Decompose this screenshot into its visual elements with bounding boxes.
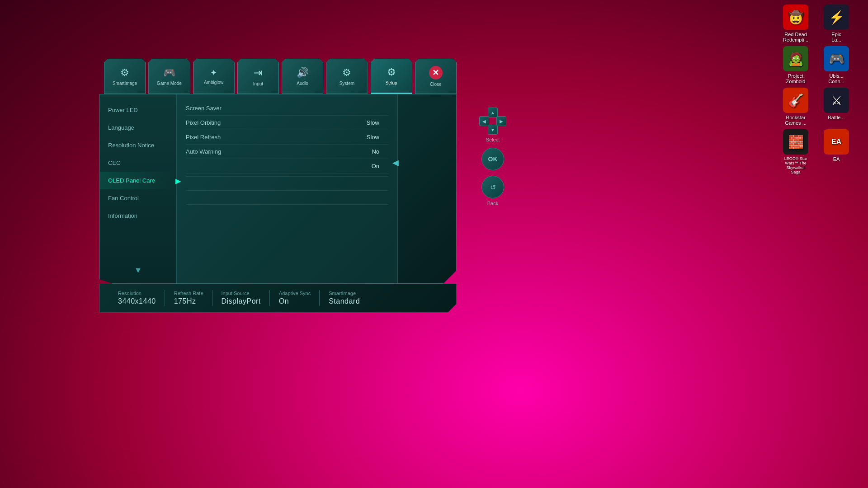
lego-icon: 🧱 bbox=[783, 129, 808, 155]
sidebar: Power LED Language Resolution Notice CEC… bbox=[100, 94, 177, 283]
tab-gamemode[interactable]: 🎮 Game Mode bbox=[148, 59, 190, 94]
audio-label: Audio bbox=[297, 81, 308, 86]
content-area: Screen Saver Pixel Orbiting Slow Pixel R… bbox=[177, 94, 397, 283]
desktop-icon-row-4: 🧱 LEGO® StarWars™ TheSkywalkerSaga EA EA bbox=[778, 129, 854, 174]
osd-container: ⚙ SmartImage 🎮 Game Mode ✦ Ambiglow ⇥ In… bbox=[99, 59, 457, 313]
pixel-orbiting-label: Pixel Orbiting bbox=[186, 119, 221, 126]
desktop-icon-row-1: 🤠 Red DeadRedempti... ⚡ EpicLa... bbox=[778, 5, 854, 42]
tab-close[interactable]: ✕ Close bbox=[415, 59, 457, 94]
ubi-icon: 🎮 bbox=[824, 46, 849, 71]
rdr2-icon: 🤠 bbox=[783, 5, 808, 30]
rdr2-label: Red DeadRedempti... bbox=[783, 32, 808, 42]
item5-value: On bbox=[372, 163, 379, 169]
status-resolution: Resolution 3440x1440 bbox=[109, 288, 165, 308]
desktop-icon-rdr2[interactable]: 🤠 Red DeadRedempti... bbox=[778, 5, 814, 42]
tab-ambiglow[interactable]: ✦ Ambiglow bbox=[193, 59, 235, 94]
ubi-label: Ubis...Conn... bbox=[828, 73, 844, 84]
pixel-refresh-value: Slow bbox=[367, 134, 379, 141]
sidebar-item-cec[interactable]: CEC bbox=[100, 154, 176, 172]
desktop-icon-rs[interactable]: 🎸 RockstarGames ... bbox=[778, 88, 814, 126]
smartimage-status-label: SmartImage bbox=[329, 291, 356, 296]
ea-label: EA bbox=[833, 156, 840, 162]
pixel-refresh-label: Pixel Refresh bbox=[186, 134, 221, 141]
sidebar-scroll-down[interactable]: ▼ bbox=[131, 262, 146, 279]
cec-label: CEC bbox=[108, 160, 120, 166]
status-bar: Resolution 3440x1440 Refresh Rate 175Hz … bbox=[99, 284, 457, 313]
desktop-icon-pz[interactable]: 🧟 ProjectZomboid bbox=[778, 46, 814, 84]
menu-row-auto-warning[interactable]: Auto Warning No bbox=[186, 145, 388, 159]
refresh-rate-label: Refresh Rate bbox=[174, 291, 203, 296]
adaptive-sync-label: Adaptive Sync bbox=[279, 291, 311, 296]
auto-warning-value: No bbox=[372, 148, 379, 155]
tab-audio[interactable]: 🔊 Audio bbox=[282, 59, 323, 94]
lego-label: LEGO® StarWars™ TheSkywalkerSaga bbox=[784, 156, 807, 174]
pz-label: ProjectZomboid bbox=[786, 73, 806, 84]
desktop-icon-epic[interactable]: ⚡ EpicLa... bbox=[818, 5, 854, 42]
sidebar-item-resolution-notice[interactable]: Resolution Notice bbox=[100, 136, 176, 154]
divider-2 bbox=[186, 190, 388, 191]
desktop-icon-battle[interactable]: ⚔ Battle... bbox=[818, 88, 854, 120]
language-label: Language bbox=[108, 124, 134, 131]
fan-control-label: Fan Control bbox=[108, 195, 139, 202]
nav-tabs: ⚙ SmartImage 🎮 Game Mode ✦ Ambiglow ⇥ In… bbox=[99, 59, 457, 94]
desktop-icon-ea[interactable]: EA EA bbox=[818, 129, 854, 162]
input-icon: ⇥ bbox=[254, 66, 263, 79]
sidebar-item-language[interactable]: Language bbox=[100, 119, 176, 136]
desktop-icon-row-3: 🎸 RockstarGames ... ⚔ Battle... bbox=[778, 88, 854, 126]
dpad-right-btn[interactable]: ▶ bbox=[496, 116, 506, 126]
dpad-down-btn[interactable]: ▼ bbox=[488, 125, 498, 135]
dpad-left-btn[interactable]: ◀ bbox=[479, 116, 489, 126]
right-panel-arrow: ◀ bbox=[392, 158, 399, 168]
epic-icon: ⚡ bbox=[824, 5, 849, 30]
close-label: Close bbox=[430, 82, 442, 87]
sidebar-item-information[interactable]: Information bbox=[100, 207, 176, 225]
status-adaptive-sync: Adaptive Sync On bbox=[270, 288, 320, 308]
menu-row-pixel-orbiting[interactable]: Pixel Orbiting Slow bbox=[186, 116, 388, 130]
information-label: Information bbox=[108, 212, 137, 219]
menu-row-pixel-refresh[interactable]: Pixel Refresh Slow bbox=[186, 130, 388, 145]
menu-row-item5[interactable]: On bbox=[186, 159, 388, 174]
tab-system[interactable]: ⚙ System bbox=[326, 59, 368, 94]
tab-setup[interactable]: ⚙ Setup bbox=[371, 59, 412, 94]
ea-icon: EA bbox=[824, 129, 849, 155]
oled-panel-care-label: OLED Panel Care bbox=[108, 177, 155, 184]
desktop-icon-lego[interactable]: 🧱 LEGO® StarWars™ TheSkywalkerSaga bbox=[778, 129, 814, 174]
gamemode-icon: 🎮 bbox=[163, 67, 175, 79]
pixel-orbiting-value: Slow bbox=[367, 119, 379, 126]
status-input-source: Input Source DisplayPort bbox=[212, 288, 270, 308]
system-icon: ⚙ bbox=[342, 67, 351, 79]
battle-label: Battle... bbox=[828, 115, 844, 120]
ambiglow-icon: ✦ bbox=[210, 68, 217, 78]
resolution-value: 3440x1440 bbox=[118, 297, 156, 305]
system-label: System bbox=[340, 81, 354, 86]
back-button[interactable]: ↺ bbox=[481, 176, 504, 198]
ok-button[interactable]: OK bbox=[481, 148, 504, 170]
smartimage-icon: ⚙ bbox=[120, 67, 129, 79]
status-smartimage: SmartImage Standard bbox=[320, 288, 369, 308]
tab-input[interactable]: ⇥ Input bbox=[237, 59, 279, 94]
desktop-icon-row-2: 🧟 ProjectZomboid 🎮 Ubis...Conn... bbox=[778, 46, 854, 84]
tab-smartimage[interactable]: ⚙ SmartImage bbox=[104, 59, 146, 94]
desktop-icon-ubi[interactable]: 🎮 Ubis...Conn... bbox=[818, 46, 854, 84]
status-refresh-rate: Refresh Rate 175Hz bbox=[165, 288, 212, 308]
rs-icon: 🎸 bbox=[783, 88, 808, 113]
dpad-up-btn[interactable]: ▲ bbox=[488, 108, 498, 117]
back-icon: ↺ bbox=[490, 183, 496, 192]
auto-warning-label: Auto Warning bbox=[186, 148, 221, 155]
right-panel: ◀ bbox=[397, 94, 456, 283]
adaptive-sync-value: On bbox=[279, 297, 289, 305]
setup-label: Setup bbox=[386, 80, 397, 85]
gamemode-label: Game Mode bbox=[157, 81, 182, 86]
refresh-rate-value: 175Hz bbox=[174, 297, 196, 305]
divider-1 bbox=[186, 176, 388, 177]
select-label: Select bbox=[486, 137, 500, 142]
sidebar-item-fan-control[interactable]: Fan Control bbox=[100, 189, 176, 207]
divider-3 bbox=[186, 204, 388, 205]
ok-label: OK bbox=[488, 155, 498, 163]
sidebar-item-power-led[interactable]: Power LED bbox=[100, 101, 176, 119]
rs-label: RockstarGames ... bbox=[785, 115, 807, 126]
menu-row-screen-saver[interactable]: Screen Saver bbox=[186, 101, 388, 116]
nav-controls: ▲ ▼ ◀ ▶ Select OK ↺ Back bbox=[479, 108, 506, 206]
sidebar-item-oled-panel-care[interactable]: OLED Panel Care ▶ bbox=[100, 172, 176, 189]
close-icon: ✕ bbox=[429, 66, 443, 80]
